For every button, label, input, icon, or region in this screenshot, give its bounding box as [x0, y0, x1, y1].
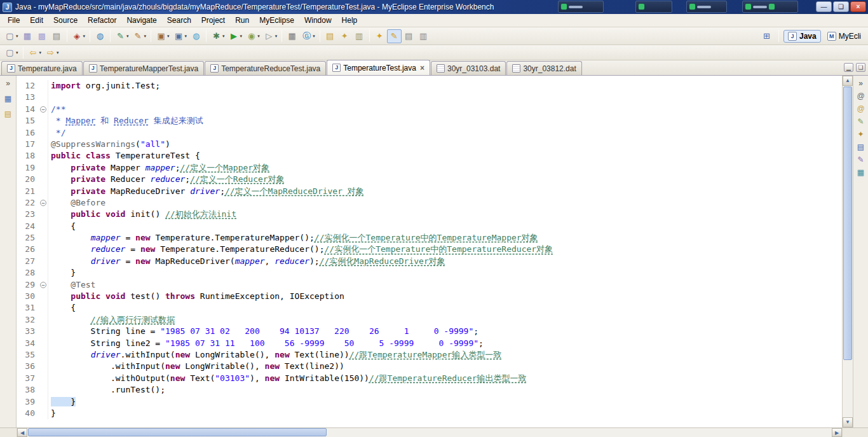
fold-collapse-icon[interactable]: − [40, 282, 46, 288]
menu-search[interactable]: Search [162, 15, 196, 26]
internal-browser-icon[interactable]: ◍ [189, 29, 203, 43]
menu-run[interactable]: Run [230, 15, 254, 26]
code-line[interactable]: 33 String line = "1985 07 31 02 200 94 1… [17, 326, 842, 337]
code-line[interactable]: 21 private MapReduceDriver driver;//定义一个… [17, 186, 842, 197]
debug-icon[interactable]: ✱▾ [209, 29, 227, 43]
horizontal-scroll-thumb[interactable] [28, 428, 327, 436]
code-line[interactable]: 13 [17, 92, 842, 103]
code-editor[interactable]: 12import org.junit.Test;1314−/**15 * Map… [17, 76, 842, 427]
code-line[interactable]: 37 .withOutput(new Text("03103"), new In… [17, 373, 842, 384]
tab-30yr-03812-dat[interactable]: 30yr_03812.dat [506, 61, 581, 75]
jar-file-icon[interactable]: ▣▾ [154, 29, 172, 43]
code-line[interactable]: 19 private Mapper mapper;//定义一个Mapper对象 [17, 162, 842, 174]
maximize-button[interactable]: ❏ [833, 1, 849, 12]
perspective-myecli[interactable]: MMyEcli [823, 30, 865, 43]
external-tools-icon[interactable]: ▷▾ [262, 29, 280, 43]
snippets-view-icon[interactable]: ✎ [855, 153, 867, 166]
code-line[interactable]: 36 .withInput(new LongWritable(), new Te… [17, 361, 842, 372]
save-icon[interactable]: ▦ [20, 29, 35, 43]
code-line[interactable]: 31 { [17, 302, 842, 314]
db-explorer-icon[interactable]: ▦ [285, 29, 299, 43]
scroll-down-icon[interactable]: ▼ [843, 417, 853, 427]
annotations-view-icon[interactable]: @ [855, 90, 867, 102]
code-line[interactable]: 17@SuppressWarnings("all") [17, 139, 842, 150]
war-file-icon[interactable]: ▣▾ [172, 29, 189, 43]
outline-view-icon[interactable]: ▦ [855, 166, 867, 179]
code-line[interactable]: 32 //输入两行行测试数据 [17, 314, 842, 326]
perspective-java[interactable]: JJava [783, 30, 821, 43]
menu-project[interactable]: Project [196, 15, 230, 26]
code-line[interactable]: 39 } [17, 396, 842, 408]
vertical-scrollbar[interactable]: ▲ ▼ [842, 76, 853, 427]
menu-file[interactable]: File [3, 15, 25, 26]
report-design-icon[interactable]: ▥ [352, 29, 367, 43]
minimize-editor-icon[interactable]: ▁ [844, 63, 853, 72]
code-line[interactable]: 14−/** [17, 104, 842, 115]
restore-views-icon[interactable]: » [855, 77, 867, 90]
new-wizard-icon[interactable]: ▢▾ [3, 29, 20, 43]
back-icon[interactable]: ⇦▾ [26, 46, 44, 60]
code-line[interactable]: 29− @Test [17, 279, 842, 291]
code-line[interactable]: 35 driver.withInput(new LongWritable(), … [17, 349, 842, 361]
browser-g-icon[interactable]: Ⓖ▾ [299, 29, 317, 43]
code-line[interactable]: 24 { [17, 221, 842, 232]
scroll-left-icon[interactable]: ◀ [17, 428, 27, 437]
close-tab-icon[interactable]: × [420, 65, 424, 71]
menu-myeclipse[interactable]: MyEclipse [254, 15, 299, 26]
code-line[interactable]: 28 } [17, 267, 842, 279]
menu-navigate[interactable]: Navigate [121, 15, 161, 26]
code-line[interactable]: 30 public void test() throws RuntimeExce… [17, 291, 842, 302]
open-perspective-icon[interactable]: ⊞ [759, 29, 774, 43]
tab-temperaturetest-java[interactable]: JTemperatureTest.java× [327, 60, 430, 75]
code-line[interactable]: 22− @Before [17, 197, 842, 209]
minimize-button[interactable]: — [816, 1, 832, 12]
code-line[interactable]: 16 */ [17, 127, 842, 139]
code-line[interactable]: 12import org.junit.Test; [17, 80, 842, 92]
javadoc-view-icon[interactable]: @ [855, 102, 867, 115]
scroll-right-icon[interactable]: ▶ [832, 428, 842, 437]
tab-temperature-java[interactable]: JTemperature.java [1, 61, 83, 75]
new-web-component-icon[interactable]: ✎▾ [131, 29, 149, 43]
code-line[interactable]: 26 reducer = new Temperature.Temperature… [17, 244, 842, 255]
run-icon[interactable]: ▶▾ [227, 29, 245, 43]
navigator-folder-icon[interactable]: ▤ [2, 108, 15, 120]
package-explorer-icon[interactable]: ▦ [2, 92, 15, 105]
print-icon[interactable]: ▤ [50, 29, 64, 43]
code-line[interactable]: 40} [17, 408, 842, 419]
web-browser-icon[interactable]: ◍ [93, 29, 107, 43]
code-line[interactable]: 20 private Reducer reducer;//定义一个Reducer… [17, 174, 842, 185]
maximize-editor-icon[interactable]: ❏ [856, 63, 865, 72]
open-web-page-icon[interactable]: ▤ [323, 29, 337, 43]
code-line[interactable]: 34 String line2 = "1985 07 31 11 100 56 … [17, 338, 842, 349]
scroll-up-icon[interactable]: ▲ [843, 76, 853, 86]
save-all-icon[interactable]: ▩ [35, 29, 50, 43]
restore-explorer-views-icon[interactable]: » [2, 77, 15, 90]
forward-icon[interactable]: ⇨▾ [43, 46, 61, 60]
coverage-icon[interactable]: ◉▾ [244, 29, 262, 43]
menu-help[interactable]: Help [337, 15, 363, 26]
sync-browser-icon[interactable]: ✦ [337, 29, 352, 43]
horizontal-scrollbar[interactable]: ◀ ▶ [17, 428, 842, 437]
console-view-icon[interactable]: ▤ [855, 141, 867, 153]
code-line[interactable]: 27 driver = new MapReduceDriver(mapper, … [17, 256, 842, 267]
new-java-class-icon[interactable]: ✎▾ [113, 29, 131, 43]
mark-occurrences-icon[interactable]: ✎ [387, 29, 402, 43]
menu-window[interactable]: Window [299, 15, 337, 26]
close-button[interactable]: × [850, 1, 866, 12]
tab-30yr-03103-dat[interactable]: 30yr_03103.dat [431, 61, 506, 75]
code-line[interactable]: 18public class TemperatureTest { [17, 150, 842, 162]
fold-collapse-icon[interactable]: − [40, 106, 46, 113]
menu-source[interactable]: Source [48, 15, 83, 26]
search-view-icon[interactable]: ✦ [855, 128, 867, 141]
fold-collapse-icon[interactable]: − [40, 200, 46, 206]
show-source-icon[interactable]: ▥ [416, 29, 431, 43]
vertical-scroll-thumb[interactable] [843, 87, 852, 360]
code-line[interactable]: 25 mapper = new Temperature.TemperatureM… [17, 232, 842, 244]
code-line[interactable]: 15 * Mapper 和 Reducer 集成起来测试 [17, 115, 842, 127]
search-icon[interactable]: ✦ [372, 29, 387, 43]
menu-refactor[interactable]: Refactor [83, 15, 121, 26]
tab-temperaturereducetest-java[interactable]: JTemperatureReduceTest.java [205, 61, 326, 75]
code-line[interactable]: 38 .runTest(); [17, 384, 842, 396]
editor-presentation-icon[interactable]: ▢▾ [3, 46, 20, 60]
menu-edit[interactable]: Edit [25, 15, 48, 26]
